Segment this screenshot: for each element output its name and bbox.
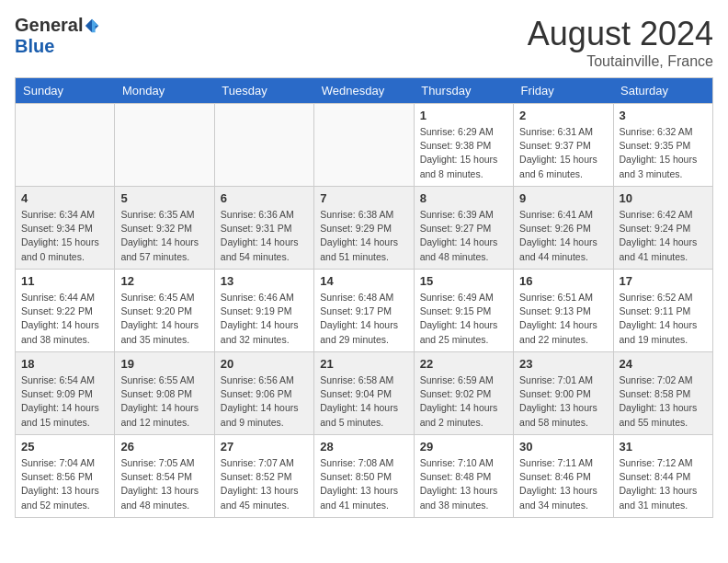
calendar-cell: 18Sunrise: 6:54 AMSunset: 9:09 PMDayligh…	[16, 352, 115, 435]
day-number: 9	[519, 191, 607, 205]
logo-general-text: General	[15, 15, 83, 36]
calendar-cell: 25Sunrise: 7:04 AMSunset: 8:56 PMDayligh…	[16, 435, 115, 518]
day-number: 13	[221, 274, 308, 288]
day-number: 28	[320, 440, 407, 454]
day-info: Sunrise: 6:58 AMSunset: 9:04 PMDaylight:…	[320, 373, 407, 430]
calendar-cell: 29Sunrise: 7:10 AMSunset: 8:48 PMDayligh…	[414, 435, 513, 518]
day-number: 17	[620, 274, 707, 288]
day-info: Sunrise: 6:45 AMSunset: 9:20 PMDaylight:…	[120, 291, 208, 347]
day-number: 26	[120, 440, 208, 454]
calendar-cell: 23Sunrise: 7:01 AMSunset: 9:00 PMDayligh…	[514, 352, 613, 435]
calendar-header-row: SundayMondayTuesdayWednesdayThursdayFrid…	[16, 78, 713, 104]
calendar-cell: 6Sunrise: 6:36 AMSunset: 9:31 PMDaylight…	[214, 187, 313, 270]
calendar-cell: 22Sunrise: 6:59 AMSunset: 9:02 PMDayligh…	[414, 352, 513, 435]
calendar-day-header: Monday	[115, 78, 214, 104]
day-number: 24	[620, 357, 707, 371]
calendar-cell: 2Sunrise: 6:31 AMSunset: 9:37 PMDaylight…	[514, 104, 613, 187]
day-info: Sunrise: 7:01 AMSunset: 9:00 PMDaylight:…	[519, 373, 607, 430]
day-info: Sunrise: 6:32 AMSunset: 9:35 PMDaylight:…	[620, 125, 707, 181]
calendar-cell: 31Sunrise: 7:12 AMSunset: 8:44 PMDayligh…	[613, 435, 712, 518]
calendar-cell: 10Sunrise: 6:42 AMSunset: 9:24 PMDayligh…	[613, 187, 712, 270]
day-number: 14	[320, 274, 407, 288]
day-number: 31	[620, 440, 707, 454]
calendar-week-row: 4Sunrise: 6:34 AMSunset: 9:34 PMDaylight…	[16, 187, 713, 270]
day-info: Sunrise: 6:52 AMSunset: 9:11 PMDaylight:…	[620, 291, 707, 347]
day-info: Sunrise: 6:35 AMSunset: 9:32 PMDaylight:…	[120, 208, 208, 264]
day-info: Sunrise: 6:36 AMSunset: 9:31 PMDaylight:…	[221, 208, 308, 264]
day-number: 22	[420, 357, 507, 371]
day-number: 27	[221, 440, 308, 454]
calendar-cell: 21Sunrise: 6:58 AMSunset: 9:04 PMDayligh…	[314, 352, 414, 435]
title-area: August 2024 Toutainville, France	[528, 15, 713, 70]
svg-marker-1	[92, 18, 98, 31]
day-number: 18	[21, 357, 108, 371]
day-info: Sunrise: 7:02 AMSunset: 8:58 PMDaylight:…	[620, 373, 707, 430]
day-number: 5	[120, 191, 208, 205]
day-info: Sunrise: 6:59 AMSunset: 9:02 PMDaylight:…	[420, 373, 507, 430]
calendar-cell: 1Sunrise: 6:29 AMSunset: 9:38 PMDaylight…	[414, 104, 513, 187]
day-info: Sunrise: 7:07 AMSunset: 8:52 PMDaylight:…	[221, 456, 308, 512]
logo-blue-text: Blue	[15, 36, 54, 57]
day-info: Sunrise: 6:46 AMSunset: 9:19 PMDaylight:…	[221, 291, 308, 347]
day-number: 8	[420, 191, 507, 205]
calendar-cell: 16Sunrise: 6:51 AMSunset: 9:13 PMDayligh…	[514, 270, 613, 352]
day-info: Sunrise: 7:04 AMSunset: 8:56 PMDaylight:…	[21, 456, 108, 512]
calendar-day-header: Tuesday	[214, 78, 313, 104]
day-info: Sunrise: 6:54 AMSunset: 9:09 PMDaylight:…	[21, 373, 108, 430]
calendar-cell: 12Sunrise: 6:45 AMSunset: 9:20 PMDayligh…	[115, 270, 214, 352]
calendar-cell: 11Sunrise: 6:44 AMSunset: 9:22 PMDayligh…	[16, 270, 115, 352]
day-number: 3	[620, 109, 707, 122]
day-info: Sunrise: 6:49 AMSunset: 9:15 PMDaylight:…	[420, 291, 507, 347]
calendar-cell: 8Sunrise: 6:39 AMSunset: 9:27 PMDaylight…	[414, 187, 513, 270]
day-number: 1	[420, 109, 507, 122]
calendar-cell	[314, 104, 414, 187]
day-number: 25	[21, 440, 108, 454]
calendar-week-row: 25Sunrise: 7:04 AMSunset: 8:56 PMDayligh…	[16, 435, 713, 518]
location-subtitle: Toutainville, France	[528, 53, 713, 70]
calendar-cell: 27Sunrise: 7:07 AMSunset: 8:52 PMDayligh…	[214, 435, 313, 518]
calendar-cell: 17Sunrise: 6:52 AMSunset: 9:11 PMDayligh…	[613, 270, 712, 352]
day-info: Sunrise: 6:55 AMSunset: 9:08 PMDaylight:…	[120, 373, 208, 430]
day-info: Sunrise: 6:41 AMSunset: 9:26 PMDaylight:…	[519, 208, 607, 264]
logo-icon	[84, 17, 100, 34]
day-info: Sunrise: 6:31 AMSunset: 9:37 PMDaylight:…	[519, 125, 607, 181]
day-number: 12	[120, 274, 208, 288]
day-info: Sunrise: 6:38 AMSunset: 9:29 PMDaylight:…	[320, 208, 407, 264]
calendar-cell: 7Sunrise: 6:38 AMSunset: 9:29 PMDaylight…	[314, 187, 414, 270]
calendar-day-header: Thursday	[414, 78, 513, 104]
calendar-cell: 9Sunrise: 6:41 AMSunset: 9:26 PMDaylight…	[514, 187, 613, 270]
day-number: 7	[320, 191, 407, 205]
day-info: Sunrise: 6:29 AMSunset: 9:38 PMDaylight:…	[420, 125, 507, 181]
calendar-cell	[16, 104, 115, 187]
calendar-day-header: Friday	[514, 78, 613, 104]
calendar-week-row: 1Sunrise: 6:29 AMSunset: 9:38 PMDaylight…	[16, 104, 713, 187]
calendar-cell: 14Sunrise: 6:48 AMSunset: 9:17 PMDayligh…	[314, 270, 414, 352]
calendar-day-header: Sunday	[16, 78, 115, 104]
day-number: 10	[620, 191, 707, 205]
calendar-cell: 4Sunrise: 6:34 AMSunset: 9:34 PMDaylight…	[16, 187, 115, 270]
day-info: Sunrise: 6:42 AMSunset: 9:24 PMDaylight:…	[620, 208, 707, 264]
calendar-cell: 3Sunrise: 6:32 AMSunset: 9:35 PMDaylight…	[613, 104, 712, 187]
day-info: Sunrise: 6:56 AMSunset: 9:06 PMDaylight:…	[221, 373, 308, 430]
day-number: 2	[519, 109, 607, 122]
calendar-cell: 28Sunrise: 7:08 AMSunset: 8:50 PMDayligh…	[314, 435, 414, 518]
day-number: 30	[519, 440, 607, 454]
day-info: Sunrise: 6:44 AMSunset: 9:22 PMDaylight:…	[21, 291, 108, 347]
day-info: Sunrise: 6:51 AMSunset: 9:13 PMDaylight:…	[519, 291, 607, 347]
day-number: 29	[420, 440, 507, 454]
calendar-cell: 30Sunrise: 7:11 AMSunset: 8:46 PMDayligh…	[514, 435, 613, 518]
day-number: 4	[21, 191, 108, 205]
day-number: 20	[221, 357, 308, 371]
day-info: Sunrise: 6:34 AMSunset: 9:34 PMDaylight:…	[21, 208, 108, 264]
calendar-cell: 24Sunrise: 7:02 AMSunset: 8:58 PMDayligh…	[613, 352, 712, 435]
page-header: General Blue August 2024 Toutainville, F…	[15, 15, 713, 70]
calendar-cell: 19Sunrise: 6:55 AMSunset: 9:08 PMDayligh…	[115, 352, 214, 435]
day-info: Sunrise: 6:39 AMSunset: 9:27 PMDaylight:…	[420, 208, 507, 264]
calendar-cell	[115, 104, 214, 187]
calendar-week-row: 11Sunrise: 6:44 AMSunset: 9:22 PMDayligh…	[16, 270, 713, 352]
day-info: Sunrise: 7:10 AMSunset: 8:48 PMDaylight:…	[420, 456, 507, 512]
day-number: 11	[21, 274, 108, 288]
day-info: Sunrise: 7:05 AMSunset: 8:54 PMDaylight:…	[120, 456, 208, 512]
day-info: Sunrise: 7:11 AMSunset: 8:46 PMDaylight:…	[519, 456, 607, 512]
day-number: 6	[221, 191, 308, 205]
